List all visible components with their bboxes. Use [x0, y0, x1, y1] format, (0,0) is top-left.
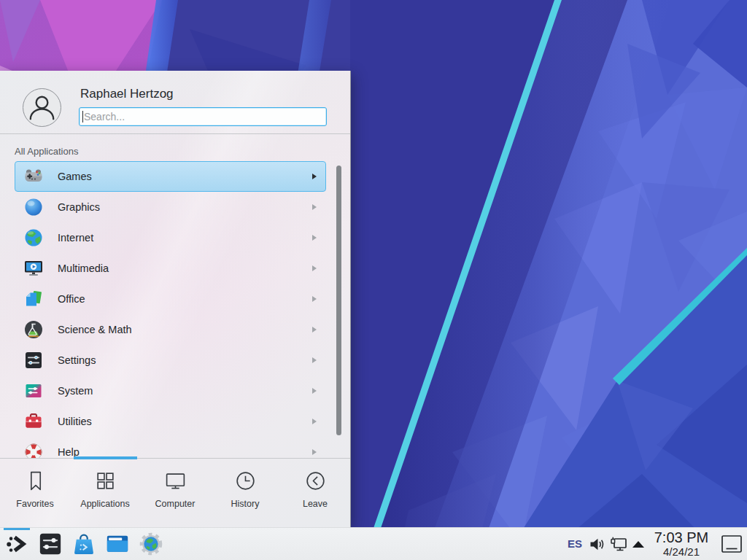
category-label: Multimedia	[58, 262, 109, 274]
submenu-arrow-icon	[312, 327, 317, 332]
tab-applications[interactable]: Applications	[70, 459, 140, 527]
multimedia-monitor-icon	[24, 259, 43, 278]
launcher-active-indicator	[4, 528, 30, 530]
submenu-arrow-icon	[312, 388, 317, 394]
category-row-graphics[interactable]: Graphics	[15, 192, 326, 222]
tab-label: Applications	[70, 499, 140, 509]
system-sliders-icon	[24, 381, 43, 400]
show-desktop-button[interactable]	[721, 534, 743, 554]
category-label: Settings	[58, 354, 96, 366]
category-label: Games	[58, 171, 92, 182]
category-label: Internet	[58, 232, 93, 244]
tab-history[interactable]: History	[210, 459, 280, 527]
science-flask-icon	[24, 320, 43, 339]
tab-label: History	[210, 499, 280, 509]
network-icon[interactable]	[610, 536, 629, 553]
tab-favorites[interactable]: Favorites	[0, 459, 70, 527]
tab-label: Leave	[280, 499, 350, 509]
expand-tray-arrow-icon[interactable]	[632, 541, 644, 548]
submenu-arrow-icon	[312, 235, 317, 241]
utilities-toolbox-icon	[24, 412, 43, 431]
submenu-arrow-icon	[312, 357, 317, 363]
tab-label: Favorites	[0, 499, 70, 509]
application-launcher-button[interactable]	[4, 532, 29, 556]
category-row-science-math[interactable]: Science & Math	[15, 314, 326, 345]
user-name: Raphael Hertzog	[80, 87, 174, 101]
clock-date: 4/24/21	[648, 545, 715, 558]
user-avatar-icon	[23, 89, 61, 126]
menu-header: Raphael Hertzog	[0, 71, 350, 134]
text-caret	[82, 111, 83, 122]
category-label: Office	[58, 293, 85, 305]
settings-sliders-icon	[24, 351, 43, 370]
office-documents-icon	[24, 289, 43, 308]
leave-icon	[304, 470, 327, 492]
kde-kickoff-icon	[4, 532, 29, 556]
submenu-arrow-icon	[312, 204, 317, 210]
graphics-ball-icon	[24, 198, 43, 217]
application-launcher-menu: Raphael Hertzog All Applications Games	[0, 71, 351, 527]
search-input[interactable]	[79, 107, 327, 126]
category-label: System	[58, 385, 93, 397]
bookmark-icon	[24, 470, 47, 492]
globe-gear-icon	[139, 532, 163, 556]
submenu-arrow-icon	[312, 419, 317, 424]
menu-tab-bar: Favorites Applications Computer History	[0, 459, 350, 527]
globe-icon	[24, 228, 43, 247]
app-grid-icon	[94, 470, 117, 492]
application-category-list: Games Graphics Internet	[15, 161, 326, 458]
tab-label: Computer	[140, 499, 210, 509]
list-scrollbar[interactable]	[336, 166, 341, 435]
discover-bag-icon	[71, 532, 96, 556]
user-avatar	[23, 88, 61, 127]
web-browser-button[interactable]	[139, 532, 163, 556]
tab-leave[interactable]: Leave	[280, 459, 350, 527]
submenu-arrow-icon	[312, 174, 317, 179]
category-label: Utilities	[58, 416, 92, 427]
category-label: Graphics	[58, 201, 100, 213]
category-row-utilities[interactable]: Utilities	[15, 406, 326, 437]
digital-clock[interactable]: 7:03 PM 4/24/21	[648, 529, 715, 558]
section-label: All Applications	[15, 146, 78, 157]
blue-folder-icon	[105, 532, 130, 556]
clock-time: 7:03 PM	[648, 529, 715, 545]
keyboard-layout-indicator[interactable]: ES	[568, 537, 582, 550]
submenu-arrow-icon	[312, 449, 317, 455]
taskbar-panel: ES 7:03 PM 4/24/21	[0, 527, 747, 560]
submenu-arrow-icon	[312, 265, 317, 271]
category-row-help[interactable]: Help	[15, 437, 326, 458]
system-settings-button[interactable]	[38, 532, 63, 556]
category-row-office[interactable]: Office	[15, 284, 326, 314]
tab-computer[interactable]: Computer	[140, 459, 210, 527]
category-row-settings[interactable]: Settings	[15, 345, 326, 376]
computer-monitor-icon	[164, 470, 187, 492]
gamepad-icon	[24, 167, 43, 186]
volume-icon[interactable]	[588, 535, 606, 553]
category-row-internet[interactable]: Internet	[15, 222, 326, 253]
category-row-multimedia[interactable]: Multimedia	[15, 253, 326, 284]
help-lifebuoy-icon	[24, 443, 43, 458]
file-manager-button[interactable]	[105, 532, 130, 556]
category-row-system[interactable]: System	[15, 376, 326, 406]
settings-sliders-icon	[38, 532, 63, 556]
history-clock-icon	[234, 470, 257, 492]
category-label: Science & Math	[58, 324, 132, 335]
submenu-arrow-icon	[312, 296, 317, 302]
discover-button[interactable]	[71, 532, 96, 556]
category-row-games[interactable]: Games	[15, 161, 326, 192]
